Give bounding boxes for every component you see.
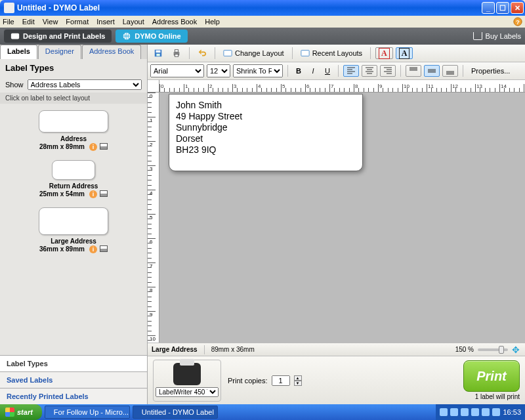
copies-down-button[interactable]: ▼ (294, 381, 302, 386)
label-type-select[interactable]: Address Labels (28, 79, 142, 90)
change-layout-button[interactable]: Change Layout (220, 47, 287, 60)
task-dymo[interactable]: Untitled - DYMO Label (133, 406, 218, 419)
tray-icon[interactable] (492, 408, 500, 416)
undo-button[interactable] (194, 47, 210, 60)
tab-labels[interactable]: Labels (0, 45, 37, 59)
window-title: Untitled - DYMO Label (17, 3, 480, 12)
bold-button[interactable]: B (293, 65, 304, 77)
align-left-button[interactable] (343, 65, 359, 77)
copies-up-button[interactable]: ▲ (294, 375, 302, 381)
layout-dim: 28mm x 89mm (39, 143, 85, 150)
menu-help[interactable]: Help (205, 18, 220, 26)
app-icon (4, 3, 14, 13)
fullscreen-button[interactable]: ✥ (512, 345, 521, 354)
tray-icon[interactable] (461, 408, 469, 416)
maximize-button[interactable]: ☐ (496, 2, 509, 14)
tab-addressbook[interactable]: Address Book (82, 45, 141, 59)
fit-select[interactable]: Shrink To Fit (233, 64, 283, 77)
print-bar: LabelWriter 450 Turbo Print copies: ▲ ▼ … (148, 356, 525, 404)
valign-bottom-button[interactable] (442, 65, 458, 77)
svg-rect-9 (175, 54, 178, 57)
properties-button[interactable]: Properties... (468, 64, 513, 77)
zoom-value: 150 % (455, 346, 474, 353)
canvas[interactable]: John Smith 49 Happy Street Sunnybridge D… (159, 93, 525, 343)
copies-input[interactable] (272, 375, 290, 386)
ruler-vertical: 01234567891011 (148, 93, 159, 343)
sidebar: Labels Designer Address Book Label Types… (0, 45, 148, 404)
start-button[interactable]: start (0, 404, 42, 420)
svg-rect-6 (156, 54, 159, 56)
layout-name: Large Address (0, 238, 147, 245)
valign-top-button[interactable] (406, 65, 421, 77)
label-line-3: Sunnybridge (176, 122, 356, 133)
layout-return-address[interactable]: Return Address 25mm x 54mm i (0, 160, 147, 198)
slider-thumb[interactable] (499, 346, 504, 354)
grid-icon[interactable] (100, 190, 108, 197)
menu-addressbook[interactable]: Address Book (152, 18, 197, 26)
underline-button[interactable]: U (322, 65, 333, 77)
fontsize-select[interactable]: 12 (207, 64, 230, 77)
layout-name: Return Address (0, 182, 147, 190)
content-area: Change Layout Recent Layouts A A Arial 1… (148, 45, 525, 404)
design-print-button[interactable]: Design and Print Labels (4, 30, 112, 43)
close-button[interactable]: ✕ (511, 2, 524, 14)
print-large-button[interactable]: Print (463, 360, 520, 392)
section-recently-printed[interactable]: Recently Printed Labels (0, 388, 147, 404)
sidebar-hint: Click on label to select layout (0, 93, 147, 104)
titlebar: Untitled - DYMO Label _ ☐ ✕ (0, 0, 525, 16)
svg-rect-10 (224, 51, 232, 56)
align-center-button[interactable] (362, 65, 377, 77)
tray-icon[interactable] (471, 408, 479, 416)
info-icon[interactable]: i (89, 245, 97, 253)
menu-view[interactable]: View (43, 18, 58, 26)
minimize-button[interactable]: _ (482, 2, 495, 14)
tray-icon[interactable] (440, 408, 448, 416)
section-saved-labels[interactable]: Saved Labels (0, 371, 147, 388)
layout-dim: 25mm x 54mm (39, 190, 85, 198)
zoom-slider[interactable] (478, 348, 508, 351)
dymo-online-button[interactable]: DYMO Online (116, 30, 187, 43)
buy-labels-link[interactable]: Buy Labels (473, 32, 521, 40)
valign-middle-button[interactable] (424, 65, 440, 77)
tab-designer[interactable]: Designer (38, 45, 81, 59)
section-label-types[interactable]: Label Types (0, 355, 147, 371)
save-button[interactable] (150, 47, 166, 60)
show-label: Show (5, 81, 24, 89)
grid-icon[interactable] (100, 143, 108, 150)
menu-edit[interactable]: Edit (22, 18, 35, 26)
tray-icon[interactable] (450, 408, 458, 416)
menu-file[interactable]: File (3, 18, 14, 26)
label-preview[interactable]: John Smith 49 Happy Street Sunnybridge D… (169, 94, 363, 171)
recent-layouts-button[interactable]: Recent Layouts (297, 47, 366, 60)
dymo-online-label: DYMO Online (135, 32, 180, 40)
menubar: File Edit View Format Insert Layout Addr… (0, 16, 525, 28)
menu-insert[interactable]: Insert (96, 18, 115, 26)
valign-bottom-icon (446, 66, 455, 75)
task-outlook[interactable]: For Follow Up - Micro... (45, 406, 130, 419)
font-color-button-a[interactable]: A (375, 47, 393, 59)
menu-format[interactable]: Format (66, 18, 89, 26)
layout-address[interactable]: Address 28mm x 89mm i (0, 110, 147, 151)
label-line-1: John Smith (176, 100, 356, 111)
tray-icon[interactable] (482, 408, 490, 416)
layout-preview (39, 207, 108, 235)
label-line-2: 49 Happy Street (176, 111, 356, 122)
printer-select[interactable]: LabelWriter 450 Turbo (156, 387, 219, 397)
printer-selector[interactable]: LabelWriter 450 Turbo (153, 360, 221, 402)
layout-large-address[interactable]: Large Address 36mm x 89mm i (0, 207, 147, 253)
grid-icon[interactable] (100, 245, 108, 252)
taskbar: start For Follow Up - Micro... Untitled … (0, 404, 525, 420)
font-select[interactable]: Arial (150, 64, 204, 77)
print-button[interactable] (169, 47, 184, 60)
system-tray[interactable]: 16:53 (436, 404, 525, 420)
menu-layout[interactable]: Layout (123, 18, 144, 26)
sidebar-heading: Label Types (0, 59, 147, 77)
align-right-button[interactable] (380, 65, 396, 77)
info-icon[interactable]: i (89, 190, 97, 198)
help-icon[interactable]: ? (513, 17, 522, 26)
status-dimensions: 89mm x 36mm (211, 346, 255, 353)
font-color-button-b[interactable]: A (396, 47, 413, 59)
info-icon[interactable]: i (89, 143, 97, 151)
italic-button[interactable]: I (307, 65, 319, 77)
svg-rect-8 (175, 50, 178, 52)
